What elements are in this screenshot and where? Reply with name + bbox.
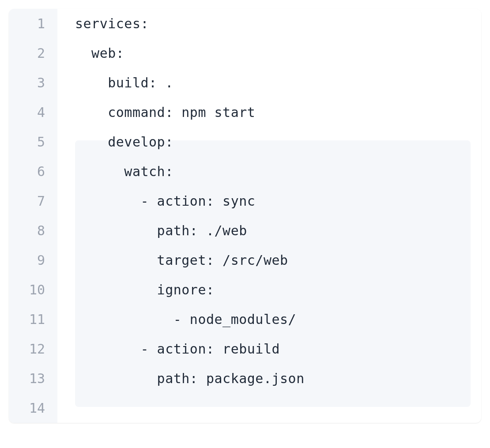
- line-text[interactable]: - action: sync: [57, 186, 481, 216]
- line-text[interactable]: path: ./web: [57, 216, 481, 245]
- line-text[interactable]: ignore:: [57, 275, 481, 305]
- line-text[interactable]: watch:: [57, 157, 481, 186]
- line-number: 10: [9, 275, 57, 305]
- code-line: 14: [9, 393, 481, 423]
- line-number: 12: [9, 334, 57, 364]
- line-number: 7: [9, 186, 57, 216]
- code-line: 3 build: .: [9, 68, 481, 98]
- line-number: 13: [9, 364, 57, 393]
- code-line: 12 - action: rebuild: [9, 334, 481, 364]
- line-text[interactable]: build: .: [57, 68, 481, 98]
- line-text[interactable]: services:: [57, 9, 481, 38]
- line-number: 5: [9, 127, 57, 157]
- code-line: 7 - action: sync: [9, 186, 481, 216]
- line-text[interactable]: path: package.json: [57, 364, 481, 393]
- line-text[interactable]: target: /src/web: [57, 245, 481, 275]
- code-line: 8 path: ./web: [9, 216, 481, 245]
- line-text[interactable]: - action: rebuild: [57, 334, 481, 364]
- code-line: 11 - node_modules/: [9, 305, 481, 334]
- code-line: 13 path: package.json: [9, 364, 481, 393]
- line-text[interactable]: web:: [57, 38, 481, 68]
- line-text[interactable]: - node_modules/: [57, 305, 481, 334]
- line-number: 6: [9, 157, 57, 186]
- code-line: 9 target: /src/web: [9, 245, 481, 275]
- line-number: 11: [9, 305, 57, 334]
- line-text[interactable]: [57, 393, 481, 423]
- code-line: 10 ignore:: [9, 275, 481, 305]
- code-line: 2 web:: [9, 38, 481, 68]
- code-line: 5 develop:: [9, 127, 481, 157]
- line-number: 8: [9, 216, 57, 245]
- line-number: 2: [9, 38, 57, 68]
- code-line: 1 services:: [9, 9, 481, 38]
- code-line: 6 watch:: [9, 157, 481, 186]
- line-text[interactable]: develop:: [57, 127, 481, 157]
- line-number: 1: [9, 9, 57, 38]
- line-number: 9: [9, 245, 57, 275]
- code-line: 4 command: npm start: [9, 98, 481, 127]
- line-number: 3: [9, 68, 57, 98]
- code-block: 1 services: 2 web: 3 build: . 4 command:…: [9, 9, 481, 423]
- line-number: 14: [9, 393, 57, 423]
- line-text[interactable]: command: npm start: [57, 98, 481, 127]
- line-number: 4: [9, 98, 57, 127]
